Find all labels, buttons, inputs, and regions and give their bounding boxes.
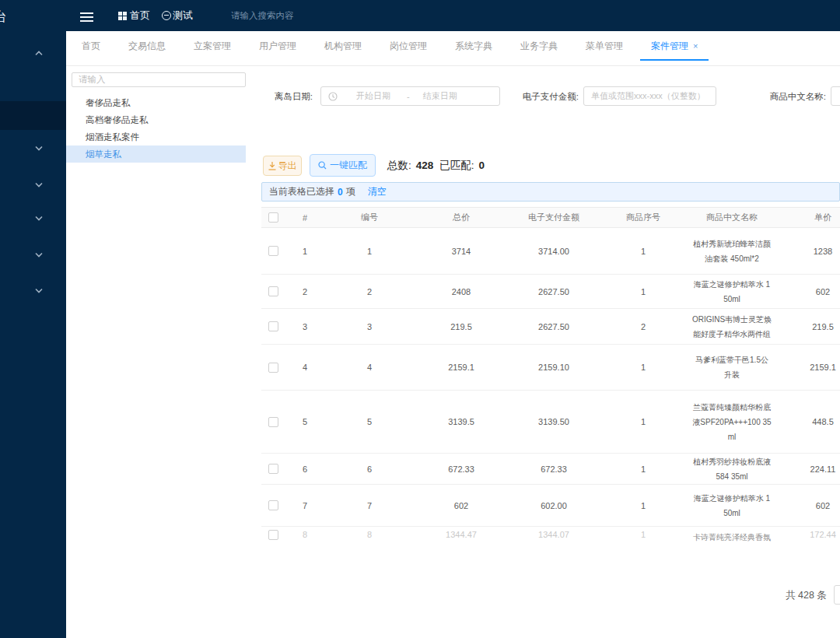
row-no: 2 [325, 275, 414, 308]
name-filter-label: 商品中文名称: [739, 87, 826, 106]
tab-close-icon[interactable]: × [693, 41, 698, 51]
row-checkbox[interactable] [268, 464, 278, 474]
product-name-input[interactable] [831, 86, 840, 106]
row-epay: 1344.07 [509, 527, 599, 539]
tab-2[interactable]: 交易信息 [117, 31, 177, 61]
tab-3[interactable]: 立案管理 [183, 31, 242, 61]
tab-label: 立案管理 [194, 40, 231, 51]
row-total: 3139.5 [414, 391, 509, 453]
row-no: 5 [325, 391, 414, 453]
row-total: 2408 [414, 275, 509, 308]
row-seq: 1 [599, 391, 688, 453]
pagination-total: 共 428 条 [786, 589, 827, 602]
date-end-placeholder: 结束日期 [423, 90, 457, 102]
tab-9[interactable]: 菜单管理 [575, 31, 634, 61]
category-item-4-selected[interactable]: 烟草走私 [66, 145, 246, 163]
page-size-select[interactable] [834, 585, 840, 605]
select-all-checkbox[interactable] [268, 212, 278, 223]
match-button[interactable]: 一键匹配 [310, 154, 376, 177]
matched-value: 0 [479, 158, 485, 174]
download-icon [268, 162, 276, 170]
clear-selection-link[interactable]: 清空 [368, 185, 387, 198]
left-sidebar [0, 31, 66, 638]
row-checkbox[interactable] [268, 417, 278, 427]
row-epay: 2159.10 [509, 345, 599, 390]
tab-label: 业务字典 [520, 40, 558, 51]
nav-test[interactable]: 测试 [173, 0, 193, 31]
row-seq: 1 [599, 228, 688, 274]
date-separator: - [407, 92, 410, 101]
row-seq: 2 [599, 309, 688, 344]
row-checkbox[interactable] [268, 530, 278, 540]
date-filter-label: 离岛日期: [256, 87, 313, 106]
row-epay: 3139.50 [509, 391, 599, 453]
row-checkbox[interactable] [268, 500, 278, 510]
row-name: 海蓝之谜修护精萃水 150ml [688, 275, 776, 308]
table-row-4: 442159.12159.101马爹利蓝带干邑1.5公升装2159.1 [261, 345, 840, 391]
category-item-1[interactable]: 奢侈品走私 [66, 94, 246, 111]
chevron-down-icon[interactable] [35, 216, 43, 221]
row-price: 1238 [776, 228, 840, 274]
row-seq: 1 [599, 485, 688, 526]
table-row-5: 553139.53139.501兰蔻菁纯臻颜精华粉底液SPF20PA+++100… [261, 391, 840, 454]
minus-circle-icon [162, 11, 171, 20]
total-value: 428 [416, 158, 434, 174]
row-name: 植村秀新琥珀蜂萃洁颜油套装 450ml*2 [688, 228, 776, 274]
nav-search-input[interactable]: 请输入搜索内容 [231, 0, 294, 31]
table-row-7: 77602602.001海蓝之谜修护精萃水 150ml602 [261, 485, 840, 527]
category-item-3[interactable]: 烟酒走私案件 [66, 128, 246, 145]
tab-label: 岗位管理 [390, 40, 427, 51]
alert-suffix: 项 [346, 185, 355, 198]
row-price: 602 [776, 275, 840, 308]
row-index: 6 [285, 454, 325, 484]
table-row-1: 1137143714.001植村秀新琥珀蜂萃洁颜油套装 450ml*21238 [261, 228, 840, 275]
row-price: 172.44 [776, 527, 840, 539]
chevron-up-icon[interactable] [35, 51, 43, 56]
date-range-input[interactable]: 开始日期 - 结束日期 [320, 86, 500, 106]
table-header-row: #编号总价电子支付金额商品序号商品中文名称单价 [261, 207, 840, 228]
chevron-down-icon[interactable] [35, 252, 43, 258]
row-price: 219.5 [776, 309, 840, 344]
col-header-6: 商品中文名称 [688, 208, 776, 227]
export-button[interactable]: 导出 [263, 156, 302, 176]
tab-label: 系统字典 [455, 40, 492, 51]
chevron-down-icon[interactable] [35, 145, 43, 151]
row-checkbox[interactable] [268, 321, 278, 331]
sidebar-selected-item[interactable] [0, 101, 66, 130]
tab-8[interactable]: 业务字典 [509, 31, 569, 61]
tab-5[interactable]: 机构管理 [313, 31, 373, 61]
row-index: 3 [285, 309, 325, 344]
row-checkbox[interactable] [268, 286, 278, 296]
nav-home[interactable]: 首页 [130, 0, 150, 31]
row-total: 219.5 [414, 309, 509, 344]
row-seq: 1 [599, 527, 688, 539]
row-name: ORIGINS韦博士灵芝焕能好度子精华水两件组 [688, 309, 776, 344]
search-icon [318, 161, 327, 170]
row-checkbox[interactable] [268, 246, 278, 256]
row-name: 植村秀羽纱持妆粉底液584 35ml [688, 454, 776, 484]
tab-bar: 首页交易信息立案管理用户管理机构管理岗位管理系统字典业务字典菜单管理案件管理× [66, 31, 840, 66]
date-start-placeholder: 开始日期 [356, 90, 390, 102]
row-seq: 1 [599, 275, 688, 308]
pay-amount-input[interactable]: 单值或范围xxx-xxx（仅整数） [583, 86, 716, 106]
row-price: 602 [776, 485, 840, 526]
chevron-down-icon[interactable] [35, 182, 43, 188]
tab-label: 案件管理 [651, 40, 688, 51]
tab-10-active[interactable]: 案件管理× [640, 31, 709, 61]
row-price: 224.11 [776, 454, 840, 484]
tab-1[interactable]: 首页 [71, 31, 111, 61]
home-grid-icon [118, 12, 127, 20]
tab-4[interactable]: 用户管理 [248, 31, 307, 61]
row-no: 3 [325, 309, 414, 344]
row-total: 3714 [414, 228, 509, 274]
tab-6[interactable]: 岗位管理 [379, 31, 438, 61]
tab-7[interactable]: 系统字典 [444, 31, 503, 61]
row-checkbox[interactable] [268, 363, 278, 373]
chevron-down-icon[interactable] [35, 288, 43, 293]
row-epay: 3714.00 [509, 228, 599, 274]
category-item-2[interactable]: 高档奢侈品走私 [66, 111, 246, 128]
menu-toggle-icon[interactable] [80, 12, 93, 22]
logo-fragment: 台 [0, 8, 7, 26]
category-search-input[interactable]: 请输入 [72, 72, 246, 87]
col-header-1: # [285, 208, 325, 227]
